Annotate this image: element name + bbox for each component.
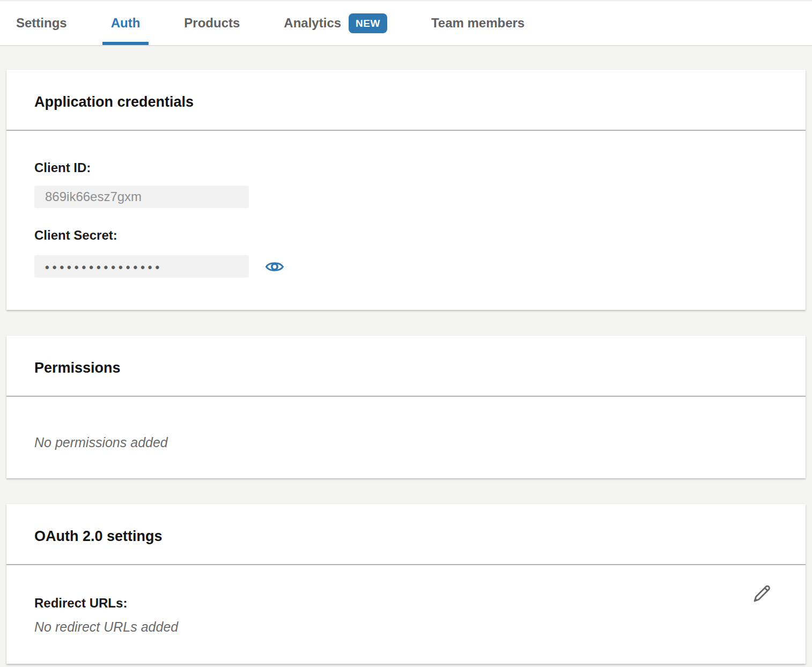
new-badge: NEW (349, 13, 387, 33)
application-credentials-body: Client ID: 869ik66esz7gxm Client Secret:… (6, 131, 806, 310)
client-id-value: 869ik66esz7gxm (45, 189, 142, 204)
client-secret-masked-value: •••••••••••••••• (45, 261, 163, 275)
client-id-label: Client ID: (34, 160, 778, 176)
permissions-body: No permissions added (6, 397, 806, 478)
redirect-urls-label: Redirect URLs: (34, 595, 778, 611)
oauth-settings-card: OAuth 2.0 settings Redirect URLs: No red… (6, 504, 806, 664)
client-secret-label: Client Secret: (34, 227, 778, 243)
oauth-settings-body: Redirect URLs: No redirect URLs added (6, 565, 806, 664)
oauth-settings-header: OAuth 2.0 settings (6, 504, 806, 565)
application-credentials-card: Application credentials Client ID: 869ik… (6, 70, 806, 310)
application-credentials-header: Application credentials (6, 70, 806, 131)
auth-tab-content: Application credentials Client ID: 869ik… (0, 46, 812, 664)
tab-team-members-label: Team members (431, 16, 525, 31)
client-id-field[interactable]: 869ik66esz7gxm (34, 186, 249, 208)
reveal-client-secret-button[interactable] (265, 260, 284, 274)
edit-redirect-urls-button[interactable] (751, 583, 772, 605)
tab-analytics-label: Analytics (284, 16, 341, 31)
permissions-header: Permissions (6, 336, 806, 397)
tab-bar: Settings Auth Products Analytics NEW Tea… (0, 0, 812, 46)
tab-products-label: Products (184, 16, 240, 31)
eye-icon (265, 260, 284, 274)
application-credentials-title: Application credentials (34, 93, 778, 110)
permissions-card: Permissions No permissions added (6, 336, 806, 478)
permissions-title: Permissions (34, 359, 778, 376)
pencil-icon (751, 583, 772, 605)
tab-auth[interactable]: Auth (102, 1, 149, 45)
client-secret-row: •••••••••••••••• (34, 255, 778, 278)
permissions-empty-text: No permissions added (34, 434, 778, 450)
tab-team-members[interactable]: Team members (423, 1, 533, 45)
tab-analytics[interactable]: Analytics NEW (275, 1, 396, 45)
tab-settings[interactable]: Settings (8, 1, 76, 45)
tab-auth-label: Auth (111, 16, 141, 31)
oauth-settings-title: OAuth 2.0 settings (34, 528, 778, 545)
tab-products[interactable]: Products (175, 1, 248, 45)
client-secret-field[interactable]: •••••••••••••••• (34, 255, 249, 278)
redirect-urls-empty-text: No redirect URLs added (34, 619, 778, 635)
tab-settings-label: Settings (16, 16, 67, 31)
